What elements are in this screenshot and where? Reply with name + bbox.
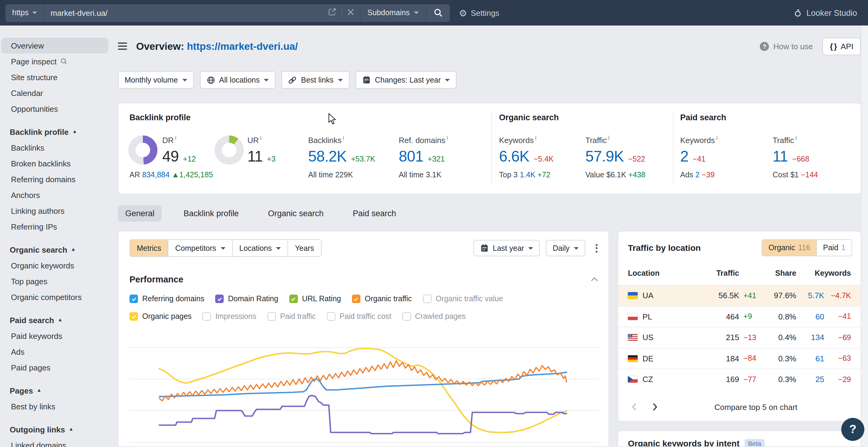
sidebar-header-backlink-profile[interactable]: Backlink profile▲	[0, 124, 110, 140]
series-domain-rating	[159, 396, 566, 434]
next-page-icon[interactable]	[649, 401, 661, 413]
sidebar-header-paid-search[interactable]: Paid search▲	[0, 312, 110, 328]
performance-line-chart[interactable]	[129, 341, 599, 447]
info-icon[interactable]: i	[260, 135, 262, 141]
keywords-delta: −63	[824, 354, 851, 363]
target-url-link[interactable]: https://market-dveri.ua/	[187, 40, 298, 51]
paid-keywords-value[interactable]: 2	[680, 148, 688, 166]
ar-value[interactable]: 834,884	[142, 171, 169, 179]
page-scrollbar[interactable]	[861, 26, 868, 447]
metric-checkbox-url-rating[interactable]: URL Rating	[289, 295, 341, 303]
country-code: US	[643, 333, 703, 342]
search-button[interactable]	[426, 4, 450, 22]
sidebar-item-organic-keywords[interactable]: Organic keywords	[1, 257, 108, 273]
menu-toggle-icon[interactable]	[118, 42, 127, 50]
toggle-organic[interactable]: Organic 116	[763, 240, 816, 256]
collapse-section-icon[interactable]	[590, 274, 599, 285]
metric-checkbox-paid-traffic-cost[interactable]: Paid traffic cost	[327, 312, 391, 321]
metric-checkbox-crawled-pages[interactable]: Crawled pages	[402, 312, 466, 321]
info-icon[interactable]: i	[175, 135, 177, 141]
how-to-use-button[interactable]: ? How to use	[760, 42, 813, 51]
keywords-value[interactable]: 61	[796, 354, 824, 363]
keywords-value[interactable]: 5.7K	[796, 291, 824, 300]
sidebar-header-organic-search[interactable]: Organic search▲	[0, 242, 110, 257]
metric-checkbox-organic-traffic-value[interactable]: Organic traffic value	[423, 295, 503, 303]
sidebar-item-paid-pages[interactable]: Paid pages	[1, 359, 108, 375]
organic-traffic-value[interactable]: 57.9K	[585, 148, 624, 166]
toggle-paid[interactable]: Paid 1	[816, 240, 851, 256]
filter-changes-last-year[interactable]: Changes: Last year	[355, 71, 457, 89]
metric-checkbox-referring-domains[interactable]: Referring domains	[129, 295, 204, 303]
backlinks-value[interactable]: 58.2K	[308, 148, 347, 166]
sidebar-item-opportunities[interactable]: Opportunities	[1, 101, 108, 116]
ref-domains-value[interactable]: 801	[399, 148, 423, 166]
sidebar-item-referring-ips[interactable]: Referring IPs	[1, 219, 108, 234]
sidebar-item-broken-backlinks[interactable]: Broken backlinks	[1, 156, 108, 171]
clear-url-icon[interactable]	[347, 8, 354, 17]
flag-ua-icon	[628, 293, 643, 299]
location-row-us[interactable]: US215−130.4%134−69	[618, 327, 861, 348]
sidebar-header-pages[interactable]: Pages▲	[0, 383, 110, 399]
help-fab-button[interactable]: ?	[841, 418, 864, 441]
target-url-input[interactable]: market-dveri.ua/	[44, 8, 327, 17]
sidebar-item-paid-keywords[interactable]: Paid keywords	[1, 328, 108, 344]
sidebar-item-anchors[interactable]: Anchors	[1, 187, 108, 203]
tab-paid-search[interactable]: Paid search	[346, 205, 404, 221]
filter-best-links[interactable]: Best links	[282, 71, 349, 89]
paid-traffic-value[interactable]: 11	[773, 148, 788, 166]
sidebar-item-linked-domains[interactable]: Linked domains	[1, 437, 108, 447]
looker-studio-button[interactable]: Looker Studio	[793, 8, 857, 18]
sidebar-item-ads[interactable]: Ads	[1, 344, 108, 359]
sidebar-item-organic-competitors[interactable]: Organic competitors	[1, 289, 108, 305]
keywords-value[interactable]: 60	[796, 312, 824, 321]
country-code: DE	[643, 354, 703, 363]
segment-years[interactable]: Years	[287, 240, 321, 256]
granularity-button[interactable]: Daily	[546, 240, 585, 256]
sidebar-item-top-pages[interactable]: Top pages	[1, 273, 108, 289]
location-row-cz[interactable]: CZ169−770.3%25−29	[618, 369, 861, 389]
compare-top5-link[interactable]: Compare top 5 on chart	[661, 402, 851, 411]
scope-dropdown[interactable]: Subdomains	[360, 4, 426, 22]
tab-organic-search[interactable]: Organic search	[261, 205, 331, 221]
keywords-value[interactable]: 134	[796, 333, 824, 342]
location-row-ua[interactable]: UA56.5K+4197.6%5.7K−4.7K	[618, 285, 861, 306]
tab-general[interactable]: General	[118, 205, 162, 221]
sidebar-header-outgoing-links[interactable]: Outgoing links▲	[0, 421, 110, 437]
sidebar-item-calendar[interactable]: Calendar	[1, 85, 108, 101]
sidebar-item-best-by-links[interactable]: Best by links	[1, 399, 108, 414]
settings-button[interactable]: ⚙ Settings	[459, 8, 499, 17]
info-icon[interactable]: i	[535, 135, 536, 141]
protocol-dropdown[interactable]: https	[5, 4, 44, 22]
sidebar-item-overview[interactable]: Overview	[1, 38, 108, 54]
api-button[interactable]: { } API	[823, 37, 861, 55]
metric-checkbox-domain-rating[interactable]: Domain Rating	[215, 295, 278, 303]
sidebar-item-site-structure[interactable]: Site structure	[1, 69, 108, 85]
metric-checkbox-organic-traffic[interactable]: Organic traffic	[352, 295, 412, 303]
organic-keywords-value[interactable]: 6.6K	[499, 148, 529, 166]
keywords-value[interactable]: 25	[796, 375, 824, 384]
prev-page-icon[interactable]	[628, 401, 640, 413]
filter-monthly-volume[interactable]: Monthly volume	[118, 71, 194, 89]
info-icon[interactable]: i	[343, 135, 344, 141]
metric-checkbox-paid-traffic[interactable]: Paid traffic	[267, 312, 316, 321]
tab-backlink-profile[interactable]: Backlink profile	[176, 205, 246, 221]
open-external-icon[interactable]	[327, 7, 336, 18]
sidebar-item-backlinks[interactable]: Backlinks	[1, 140, 108, 156]
sidebar-item-referring-domains[interactable]: Referring domains	[1, 171, 108, 187]
metric-checkbox-organic-pages[interactable]: Organic pages	[129, 312, 192, 321]
filter-all-locations[interactable]: All locations	[200, 71, 275, 89]
info-icon[interactable]: i	[608, 135, 610, 141]
sidebar-item-linking-authors[interactable]: Linking authors	[1, 203, 108, 219]
sidebar-item-page-inspect[interactable]: Page inspect	[1, 54, 108, 69]
info-icon[interactable]: i	[795, 135, 797, 141]
date-range-button[interactable]: Last year	[473, 240, 540, 256]
segment-locations[interactable]: Locations	[232, 240, 287, 256]
info-icon[interactable]: i	[716, 135, 718, 141]
location-row-de[interactable]: DE184−840.3%61−63	[618, 348, 861, 369]
metric-checkbox-impressions[interactable]: Impressions	[203, 312, 256, 321]
location-row-pl[interactable]: PL464+90.8%60−41	[618, 306, 861, 327]
segment-metrics[interactable]: Metrics	[130, 240, 168, 256]
info-icon[interactable]: i	[446, 135, 448, 141]
more-options-icon[interactable]	[593, 241, 600, 255]
segment-competitors[interactable]: Competitors	[168, 240, 232, 256]
